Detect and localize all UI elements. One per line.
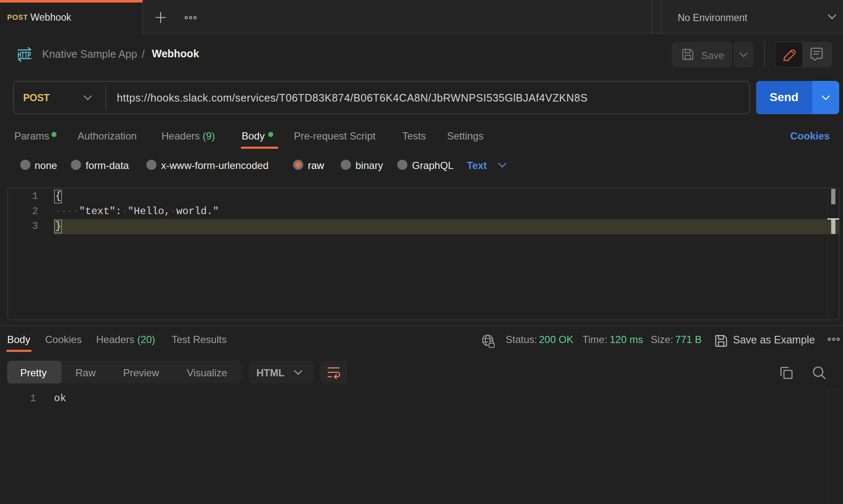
svg-text:HTTP: HTTP — [18, 50, 31, 59]
